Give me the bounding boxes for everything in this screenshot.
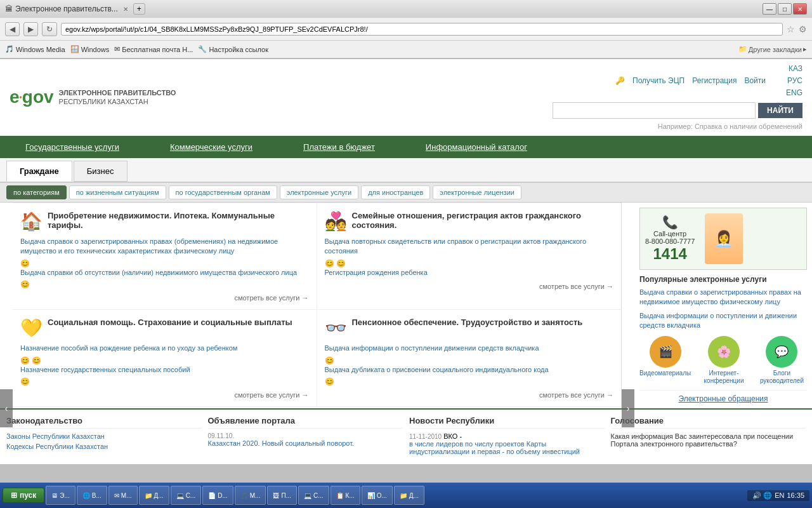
nav-information[interactable]: Информационный каталог	[400, 136, 553, 158]
taskbar-icon-7: 🖼	[273, 492, 279, 499]
news-text[interactable]: в числе лидеров по числу проектов Карты …	[409, 440, 605, 455]
header-auth: 🔑 Получить ЭЦП Регистрация Войти КАЗ РУС…	[615, 64, 802, 97]
conference-icon: 🌸	[717, 345, 731, 359]
taskbar-item-5[interactable]: 📄 D...	[202, 486, 233, 505]
lang-rus[interactable]: РУС	[786, 76, 802, 85]
search-hint: Например: Справка о наличии обременений	[658, 123, 802, 130]
other-bookmarks[interactable]: 📁 Другие закладки ▸	[738, 45, 807, 53]
legislation-link-1[interactable]: Законы Республики Казахстан	[6, 432, 202, 440]
service-link-social-2[interactable]: Назначение государственных специальных п…	[20, 365, 309, 375]
service-title-pension: 👓 Пенсионное обеспечение. Трудоустройств…	[325, 318, 614, 338]
taskbar-icon-10: 📊	[367, 492, 375, 499]
taskbar-item-6[interactable]: 🎵 М...	[235, 486, 266, 505]
bookmark-windows-media[interactable]: 🎵 Windows Media	[5, 45, 65, 53]
register-link[interactable]: Регистрация	[692, 76, 737, 85]
taskbar-systray: 🔊 🌐 EN 16:35	[747, 490, 809, 501]
announcement-text[interactable]: Казахстан 2020. Новый социальный поворот…	[208, 439, 403, 447]
icon-box-video[interactable]: 🎬 Видеоматериалы	[639, 336, 691, 385]
service-link-real-estate-1[interactable]: Выдача справок о зарегистрированных прав…	[20, 237, 309, 257]
electronic-appeals-link[interactable]: Электронные обращения	[639, 390, 807, 403]
sub-tab-categories[interactable]: по категориям	[6, 185, 67, 199]
service-link-social-1[interactable]: Назначение пособий на рождение ребенка и…	[20, 344, 309, 353]
taskbar-item-11[interactable]: 📁 Д...	[394, 486, 424, 505]
minimize-button[interactable]: —	[763, 3, 776, 15]
popular-link-2[interactable]: Выдача информации о поступлении и движен…	[639, 311, 807, 331]
icon-box-conference[interactable]: 🌸 Интернет-конференции	[696, 336, 752, 385]
taskbar-icon-8: 💻	[304, 492, 311, 499]
sub-tab-foreigners[interactable]: для иностранцев	[361, 185, 430, 199]
real-estate-icon: 🏠	[20, 211, 43, 232]
service-title-social: 💛 Социальная помощь. Страхование и социа…	[20, 318, 309, 338]
address-bar[interactable]	[61, 23, 783, 36]
main-content: e•gov ЭЛЕКТРОННОЕ ПРАВИТЕЛЬСТВО РЕСПУБЛИ…	[0, 59, 812, 464]
see-all-pension[interactable]: смотреть все услуги →	[325, 391, 614, 399]
search-input[interactable]	[553, 102, 756, 119]
popular-link-1[interactable]: Выдача справки о зарегистрированных прав…	[639, 288, 807, 307]
systray-lang: EN	[775, 491, 784, 499]
search-button[interactable]: НАЙТИ	[758, 103, 802, 118]
content-tabs-bar: Граждане Бизнес	[0, 158, 812, 183]
tab-favicon: 🏛	[5, 4, 13, 13]
service-link-pension-1[interactable]: Выдача информации о поступлении движении…	[325, 344, 614, 353]
service-link-pension-2[interactable]: Выдача дубликата о присвоении социальног…	[325, 365, 614, 375]
taskbar-item-9[interactable]: 📋 К...	[331, 486, 360, 505]
tab-close[interactable]: ✕	[123, 6, 128, 13]
settings-icon[interactable]: ⚙	[799, 24, 807, 34]
sub-tab-electronic-services[interactable]: электронные услуги	[280, 185, 358, 199]
service-link-family-2[interactable]: Регистрация рождения ребенка	[325, 268, 614, 277]
bookmark-windows[interactable]: 🪟 Windows	[70, 45, 110, 53]
refresh-button[interactable]: ↻	[42, 22, 57, 36]
maximize-button[interactable]: □	[778, 3, 792, 15]
taskbar-item-8[interactable]: 💻 С...	[298, 486, 329, 505]
taskbar-item-4[interactable]: 💻 С...	[171, 486, 202, 505]
taskbar-item-10[interactable]: 📊 О...	[362, 486, 393, 505]
service-title-family: 💑 Семейные отношения, регистрация актов …	[325, 211, 614, 232]
taskbar-item-0[interactable]: 🖥 Э...	[46, 486, 75, 505]
taskbar-item-3[interactable]: 📁 Д...	[139, 486, 169, 505]
lang-kaz[interactable]: КАЗ	[786, 64, 802, 73]
taskbar-icon-4: 💻	[176, 492, 184, 499]
icon-box-blogs[interactable]: 💬 Блоги руководителей	[757, 336, 807, 385]
call-center-info: 📞 Call-центр 8-800-080-7777 1414	[645, 215, 695, 263]
nav-payments[interactable]: Платежи в бюджет	[278, 136, 400, 158]
new-tab-button[interactable]: +	[133, 3, 145, 15]
bookmark-mail[interactable]: ✉ Бесплатная почта Н...	[114, 45, 193, 53]
taskbar: ⊞ пуск 🖥 Э... 🌐 В... ✉ М... 📁 Д... 💻 С..…	[0, 483, 812, 508]
close-button[interactable]: ✕	[793, 3, 807, 15]
services-grid: 🏠 Приобретение недвижимости. Ипотека. Ко…	[13, 203, 621, 407]
taskbar-item-2[interactable]: ✉ М...	[108, 486, 138, 505]
see-all-real-estate[interactable]: смотреть все услуги →	[20, 294, 309, 302]
sub-tab-state-organs[interactable]: по государственным органам	[169, 185, 277, 199]
forward-button[interactable]: ▶	[23, 22, 38, 36]
taskbar-icon-2: ✉	[114, 492, 119, 499]
sub-tab-licenses[interactable]: электронные лицензии	[433, 185, 521, 199]
lang-links: КАЗ РУС ENG	[786, 64, 802, 97]
news-region: ВКО -	[443, 432, 462, 440]
sub-tab-life-situations[interactable]: по жизненным ситуациям	[69, 185, 166, 199]
services-sidebar: 📞 Call-центр 8-800-080-7777 1414 👩‍💼 Поп…	[634, 203, 812, 408]
tab-business[interactable]: Бизнес	[74, 161, 128, 182]
taskbar-item-7[interactable]: 🖼 П...	[267, 486, 297, 505]
login-link[interactable]: Войти	[744, 76, 766, 85]
legislation-link-2[interactable]: Кодексы Республики Казахстан	[6, 443, 202, 450]
taskbar-item-1[interactable]: 🌐 В...	[77, 486, 107, 505]
back-button[interactable]: ◀	[5, 22, 20, 36]
nav-commercial-services[interactable]: Коммерческие услуги	[145, 136, 278, 158]
lang-eng[interactable]: ENG	[786, 88, 802, 97]
video-circle: 🎬	[650, 336, 681, 368]
bookmark-settings-links[interactable]: 🔧 Настройка ссылок	[198, 45, 268, 53]
get-ecp-link[interactable]: Получить ЭЦП	[632, 76, 684, 85]
see-all-social[interactable]: смотреть все услуги →	[20, 391, 309, 399]
slider-left-button[interactable]: ‹	[0, 389, 13, 427]
service-link-real-estate-2[interactable]: Выдача справки об отсутствии (наличии) н…	[20, 268, 309, 277]
service-link-family-1[interactable]: Выдача повторных свидетельств или справо…	[325, 237, 614, 257]
bookmark-star-icon[interactable]: ☆	[787, 24, 795, 34]
tab-citizens[interactable]: Граждане	[6, 161, 72, 182]
nav-government-services[interactable]: Государственные услуги	[0, 136, 145, 158]
start-button[interactable]: ⊞ пуск	[3, 488, 44, 503]
slider-right-button[interactable]: ›	[622, 389, 634, 427]
bottom-voting: Голосование Какая информация Вас заинтер…	[611, 416, 806, 459]
see-all-family[interactable]: смотреть все услуги →	[325, 283, 614, 290]
announcements-title: Объявление портала	[208, 416, 403, 429]
call-center-agent: 👩‍💼	[705, 213, 801, 264]
